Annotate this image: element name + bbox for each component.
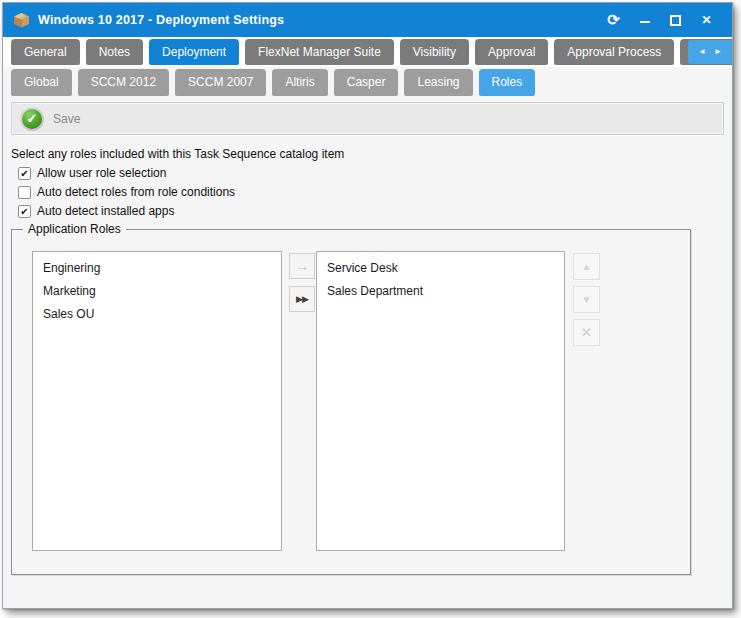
checkbox-icon[interactable]: ✔ [18,205,31,218]
tab-sccm-2007[interactable]: SCCM 2007 [175,69,266,96]
available-roles-list[interactable]: Enginering Marketing Sales OU [32,251,282,551]
roles-instruction-text: Select any roles included with this Task… [11,147,732,161]
scroll-left-icon[interactable]: ◄ [698,48,706,56]
remove-x-icon: ✕ [581,325,592,340]
save-toolbar: ✓ Save [11,102,724,135]
minimize-icon [640,21,650,23]
tab-flexnet-manager-suite[interactable]: FlexNet Manager Suite [245,39,394,65]
arrow-right-icon: → [295,258,309,274]
scroll-right-icon[interactable]: ► [714,48,722,56]
checkbox-auto-detect-roles-from-role-conditions[interactable]: Auto detect roles from role conditions [18,185,732,199]
application-roles-group: Application Roles Enginering Marketing S… [11,229,691,575]
window-title: Windows 10 2017 - Deployment Settings [38,13,284,27]
tab-altiris[interactable]: Altiris [272,69,327,96]
primary-tab-bar: General Notes Deployment FlexNet Manager… [3,37,732,67]
tab-sccm-2012[interactable]: SCCM 2012 [78,69,169,96]
remove-button[interactable]: ✕ [573,319,600,346]
tab-approval-process[interactable]: Approval Process [554,39,674,65]
tab-visibility[interactable]: Visibility [400,39,469,65]
checkbox-label: Auto detect installed apps [37,204,174,218]
arrow-up-icon: ▲ [582,261,592,272]
tab-deployment[interactable]: Deployment [149,39,239,65]
checkbox-auto-detect-installed-apps[interactable]: ✔ Auto detect installed apps [18,204,732,218]
window-controls: ⟳ ✕ [598,6,722,34]
assigned-roles-list[interactable]: Service Desk Sales Department [316,251,565,551]
title-bar: Windows 10 2017 - Deployment Settings ⟳ … [3,3,732,37]
tab-general[interactable]: General [11,39,80,65]
move-all-right-button[interactable]: ▶▶ [289,286,315,312]
tab-casper[interactable]: Casper [334,69,399,96]
move-down-button[interactable]: ▼ [573,286,600,313]
list-item[interactable]: Service Desk [317,257,564,280]
tab-scroll-buttons: ◄ ► [688,40,732,64]
tab-approval[interactable]: Approval [475,39,548,65]
list-item[interactable]: Enginering [33,257,281,280]
group-title: Application Roles [23,222,126,236]
double-arrow-right-icon: ▶▶ [296,294,308,304]
checkbox-allow-user-role-selection[interactable]: ✔ Allow user role selection [18,166,732,180]
tab-notes[interactable]: Notes [86,39,143,65]
maximize-button[interactable] [660,6,691,34]
list-item[interactable]: Marketing [33,280,281,303]
package-icon [13,12,30,28]
move-up-button[interactable]: ▲ [573,253,600,280]
screen: Windows 10 2017 - Deployment Settings ⟳ … [0,0,741,618]
close-button[interactable]: ✕ [691,6,722,34]
tab-global[interactable]: Global [11,69,72,96]
maximize-icon [670,15,681,26]
tab-leasing[interactable]: Leasing [404,69,472,96]
list-item[interactable]: Sales OU [33,303,281,326]
refresh-button[interactable]: ⟳ [598,6,629,34]
save-button[interactable]: ✓ Save [20,107,80,131]
save-check-icon: ✓ [20,107,44,131]
tab-roles[interactable]: Roles [479,69,536,96]
save-button-label: Save [53,112,80,126]
checkbox-label: Auto detect roles from role conditions [37,185,235,199]
secondary-tab-bar: Global SCCM 2012 SCCM 2007 Altiris Caspe… [3,67,732,98]
checkbox-label: Allow user role selection [37,166,166,180]
move-right-button[interactable]: → [289,253,315,279]
checkbox-icon[interactable] [18,186,31,199]
deployment-settings-dialog: Windows 10 2017 - Deployment Settings ⟳ … [2,2,733,609]
checkbox-icon[interactable]: ✔ [18,167,31,180]
list-item[interactable]: Sales Department [317,280,564,303]
minimize-button[interactable] [629,6,660,34]
arrow-down-icon: ▼ [582,294,592,305]
